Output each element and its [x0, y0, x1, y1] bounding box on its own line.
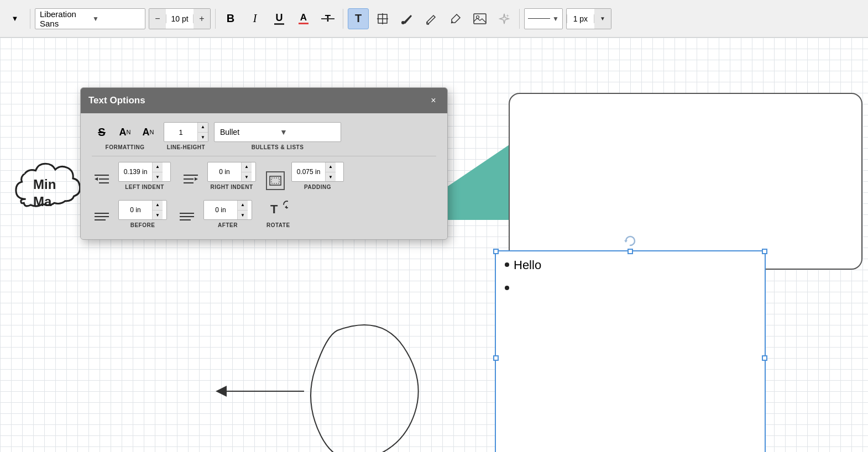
padding-up[interactable]: ▲ — [326, 162, 336, 172]
toolbar: ▼ Liberation Sans ▼ − 10 pt + B I U A T — [0, 0, 868, 38]
left-indent-value: 0.139 in — [119, 168, 152, 176]
rotate-handle-area[interactable] — [623, 234, 637, 250]
bullets-selector[interactable]: Bullet ▼ — [214, 122, 341, 142]
after-value: 0 in — [204, 206, 237, 214]
font-size-decrease[interactable]: − — [149, 8, 166, 29]
fill-tool-button[interactable] — [396, 8, 417, 29]
handle-top-right[interactable] — [762, 249, 767, 254]
left-indent-icon — [92, 170, 112, 190]
before-col: 0 in ▲ ▼ BEFORE — [118, 200, 167, 228]
left-indent-spinner-btns: ▲ ▼ — [152, 162, 163, 182]
rotate-t-icon[interactable]: T — [267, 198, 289, 220]
pencil-tool-button[interactable] — [421, 8, 442, 29]
move-tool-button[interactable] — [372, 8, 393, 29]
text-tool-button[interactable]: T — [348, 8, 369, 29]
font-family-arrow: ▼ — [92, 15, 140, 23]
formatting-col: S AN AN FORMATTING — [92, 122, 158, 150]
padding-spinner-btns: ▲ ▼ — [325, 162, 336, 182]
strikethrough-icon: T — [321, 12, 334, 25]
superscript-fmt-icon[interactable]: AN — [138, 122, 158, 142]
after-up[interactable]: ▲ — [238, 200, 248, 211]
line-height-label: LINE-HEIGHT — [167, 144, 205, 150]
after-icon — [177, 208, 197, 228]
rotate-icon[interactable] — [623, 234, 637, 248]
line-style-selector[interactable]: ▼ — [524, 8, 563, 29]
line-width-control: 1 px ▼ — [566, 8, 611, 29]
dropper-icon — [449, 13, 462, 25]
left-indent-down[interactable]: ▼ — [153, 172, 163, 182]
after-spinner-btns: ▲ ▼ — [237, 200, 248, 220]
svg-rect-20 — [270, 176, 281, 185]
rotate-col: T ROTATE — [266, 198, 290, 228]
rounded-rect-shape[interactable] — [509, 93, 862, 270]
freeform-shape[interactable] — [293, 314, 448, 452]
font-size-increase[interactable]: + — [194, 8, 210, 29]
bullets-value: Bullet — [220, 128, 275, 136]
font-size-value[interactable]: 10 pt — [166, 14, 194, 23]
bullet-text-1: Hello — [514, 258, 541, 272]
padding-down[interactable]: ▼ — [326, 172, 336, 182]
bullet-item-1: Hello — [505, 258, 756, 272]
line-width-arrow[interactable]: ▼ — [594, 8, 611, 29]
before-up[interactable]: ▲ — [153, 200, 163, 211]
font-family-selector[interactable]: Liberation Sans ▼ — [35, 8, 145, 29]
subscript-fmt-icon[interactable]: AN — [115, 122, 135, 142]
pencil-icon — [425, 13, 437, 25]
bullets-col: Bullet ▼ BULLETS & LISTS — [214, 122, 341, 150]
left-indent-up[interactable]: ▲ — [153, 162, 163, 172]
before-down[interactable]: ▼ — [153, 211, 163, 220]
line-height-down[interactable]: ▼ — [198, 133, 208, 143]
left-indent-spinner[interactable]: 0.139 in ▲ ▼ — [118, 162, 171, 182]
font-color-button[interactable]: A — [293, 8, 314, 29]
dropper-tool-button[interactable] — [445, 8, 466, 29]
before-spinner[interactable]: 0 in ▲ ▼ — [118, 200, 167, 220]
right-indent-spinner[interactable]: 0 in ▲ ▼ — [207, 162, 256, 182]
formatting-label: FORMATTING — [106, 144, 145, 150]
dialog-close-button[interactable]: × — [427, 94, 440, 107]
line-height-col: 1 ▲ ▼ LINE-HEIGHT — [164, 122, 208, 150]
right-indent-label: RIGHT INDENT — [210, 184, 253, 190]
right-indent-spinner-btns: ▲ ▼ — [241, 162, 252, 182]
move-icon — [377, 13, 389, 25]
after-col: 0 in ▲ ▼ AFTER — [203, 200, 252, 228]
right-indent-up[interactable]: ▲ — [242, 162, 252, 172]
after-down[interactable]: ▼ — [238, 211, 248, 220]
right-indent-col: 0 in ▲ ▼ RIGHT INDENT — [207, 162, 256, 190]
right-indent-icon — [181, 170, 201, 190]
canvas[interactable]: Min Ma — [0, 38, 868, 452]
separator2 — [215, 9, 216, 29]
dialog-titlebar: Text Options × — [81, 88, 447, 113]
handle-mid-left[interactable] — [493, 355, 499, 361]
line-width-value[interactable]: 1 px — [567, 14, 594, 23]
magic-tool-button[interactable] — [494, 8, 515, 29]
dialog-title: Text Options — [88, 95, 145, 106]
separator — [30, 9, 30, 29]
textbox-selected[interactable]: Hello — [495, 250, 766, 452]
bullet-dot-1 — [505, 262, 509, 267]
underline-button[interactable]: U — [269, 8, 290, 29]
sparkle-icon — [498, 13, 510, 25]
right-indent-value: 0 in — [208, 168, 241, 176]
line-height-spinner[interactable]: 1 ▲ ▼ — [164, 122, 208, 142]
divider-1 — [92, 156, 436, 156]
handle-mid-right[interactable] — [762, 355, 767, 361]
italic-button[interactable]: I — [244, 8, 265, 29]
svg-marker-10 — [216, 386, 227, 397]
image-tool-button[interactable] — [469, 8, 490, 29]
arrow-shape[interactable] — [216, 380, 304, 402]
before-spinner-btns: ▲ ▼ — [152, 200, 163, 220]
line-height-up[interactable]: ▲ — [198, 122, 208, 133]
strikethrough-button[interactable]: T — [317, 8, 338, 29]
right-indent-down[interactable]: ▼ — [242, 172, 252, 182]
dialog-row-1: S AN AN FORMATTING — [92, 122, 436, 150]
strikethrough-fmt-icon[interactable]: S — [92, 122, 112, 142]
page-selector[interactable]: ▼ — [4, 8, 25, 29]
handle-top-left[interactable] — [493, 249, 499, 254]
padding-spinner[interactable]: 0.075 in ▲ ▼ — [291, 162, 344, 182]
bold-button[interactable]: B — [220, 8, 241, 29]
after-spinner[interactable]: 0 in ▲ ▼ — [203, 200, 252, 220]
font-size-control: − 10 pt + — [149, 8, 211, 29]
svg-marker-19 — [195, 177, 198, 181]
line-style-arrow: ▼ — [552, 15, 559, 23]
rotate-label: ROTATE — [266, 222, 290, 228]
